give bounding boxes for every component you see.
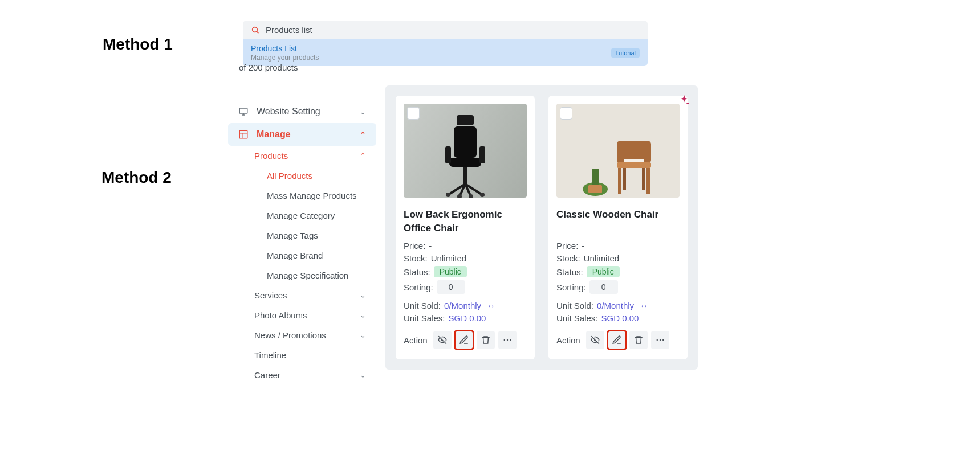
price-label: Price: (556, 241, 578, 251)
svg-rect-32 (623, 168, 626, 190)
svg-rect-26 (592, 169, 599, 186)
nav-website-setting[interactable]: Website Setting ⌄ (228, 100, 376, 123)
subnav-manage-brand[interactable]: Manage Brand (257, 245, 376, 265)
svg-rect-30 (618, 168, 621, 194)
svg-point-22 (503, 339, 505, 341)
office-chair-illustration (425, 112, 505, 198)
unit-sold-label: Unit Sold: (404, 301, 441, 310)
svg-rect-33 (642, 168, 645, 190)
more-button[interactable] (498, 331, 517, 349)
subnav-career[interactable]: Career ⌄ (244, 365, 376, 385)
layout-icon (238, 129, 251, 140)
svg-rect-5 (239, 130, 247, 138)
product-card: Classic Wooden Chair Price: - Stock: Unl… (548, 96, 688, 359)
price-value: - (429, 241, 432, 251)
search-icon (251, 26, 260, 35)
svg-rect-8 (457, 115, 474, 125)
subnav-photo-albums[interactable]: Photo Albums ⌄ (244, 305, 376, 325)
product-card: Low Back Ergonomic Office Chair Price: -… (396, 96, 535, 359)
delete-button[interactable] (477, 331, 495, 349)
nav-label: Manage (257, 129, 291, 140)
tutorial-badge: Tutorial (611, 48, 640, 58)
hide-button[interactable] (433, 331, 452, 349)
method-2-label: Method 2 (101, 169, 172, 187)
stock-label: Stock: (404, 253, 428, 263)
subnav-mass-manage[interactable]: Mass Manage Products (257, 186, 376, 206)
product-title: Low Back Ergonomic Office Chair (404, 208, 527, 235)
svg-rect-2 (239, 108, 247, 113)
svg-point-24 (510, 339, 511, 341)
subnav-all-products[interactable]: All Products (257, 166, 376, 186)
price-value: - (582, 241, 584, 251)
swap-icon[interactable]: ↔ (487, 301, 495, 310)
subnav-timeline[interactable]: Timeline (244, 345, 376, 365)
product-count-partial: of 200 products (239, 63, 298, 72)
chevron-up-icon: ⌃ (360, 151, 366, 160)
svg-point-23 (507, 339, 508, 341)
sidebar: Website Setting ⌄ Manage ⌃ Products ⌃ Al… (228, 100, 376, 385)
unit-sales-label: Unit Sales: (556, 313, 598, 323)
svg-rect-9 (454, 126, 477, 158)
svg-rect-27 (588, 185, 602, 193)
svg-point-36 (660, 339, 661, 341)
chevron-down-icon: ⌄ (360, 331, 366, 339)
svg-rect-13 (463, 167, 467, 184)
method-1-label: Method 1 (103, 35, 173, 54)
svg-rect-10 (449, 158, 481, 167)
product-title: Classic Wooden Chair (556, 208, 680, 235)
subnav-manage-spec[interactable]: Manage Specification (257, 265, 376, 285)
subnav-manage-tags[interactable]: Manage Tags (257, 226, 376, 245)
search-container: Products list Products List Manage your … (243, 21, 648, 66)
delete-button[interactable] (629, 331, 648, 349)
chevron-down-icon: ⌄ (360, 371, 366, 379)
subnav-manage-category[interactable]: Manage Category (257, 206, 376, 226)
subnav-services[interactable]: Services ⌄ (244, 285, 376, 305)
action-label: Action (556, 335, 580, 345)
search-bar[interactable]: Products list (243, 21, 648, 39)
svg-point-18 (446, 193, 450, 197)
svg-point-0 (253, 27, 258, 32)
subnav-label: Photo Albums (254, 310, 307, 320)
search-query: Products list (266, 25, 312, 35)
search-result-title: Products List (251, 44, 319, 53)
swap-icon[interactable]: ↔ (640, 301, 648, 310)
product-image (556, 104, 680, 198)
action-label: Action (404, 335, 428, 345)
unit-sales-value: SGD 0.00 (449, 313, 486, 323)
nav-manage[interactable]: Manage ⌃ (228, 123, 376, 146)
subnav-news-promotions[interactable]: News / Promotions ⌄ (244, 325, 376, 345)
product-checkbox[interactable] (560, 107, 572, 120)
stock-label: Stock: (556, 253, 580, 263)
unit-sold-value[interactable]: 0/Monthly (444, 301, 481, 310)
svg-rect-31 (646, 168, 650, 194)
unit-sold-label: Unit Sold: (556, 301, 593, 310)
product-checkbox[interactable] (407, 107, 420, 120)
price-label: Price: (404, 241, 425, 251)
product-image (404, 104, 527, 198)
unit-sales-value: SGD 0.00 (601, 313, 639, 323)
subnav-label: Timeline (254, 350, 286, 360)
monitor-icon (238, 107, 251, 117)
unit-sold-value[interactable]: 0/Monthly (597, 301, 634, 310)
unit-sales-label: Unit Sales: (404, 313, 445, 323)
chevron-down-icon: ⌄ (360, 291, 366, 300)
stock-value: Unlimited (431, 253, 467, 263)
chevron-up-icon: ⌃ (360, 130, 366, 139)
stock-value: Unlimited (584, 253, 620, 263)
svg-point-37 (662, 339, 664, 341)
sorting-label: Sorting: (556, 282, 586, 292)
sorting-input[interactable]: 0 (589, 280, 618, 294)
sorting-label: Sorting: (404, 282, 433, 292)
edit-button[interactable] (608, 331, 626, 349)
edit-button[interactable] (455, 331, 473, 349)
search-result-item[interactable]: Products List Manage your products Tutor… (243, 39, 648, 66)
svg-rect-11 (445, 146, 451, 163)
subnav-products[interactable]: Products ⌃ (244, 146, 376, 166)
search-result-subtitle: Manage your products (251, 54, 319, 62)
hide-button[interactable] (586, 331, 604, 349)
subnav-label: Products (254, 151, 288, 161)
sorting-input[interactable]: 0 (437, 280, 465, 294)
more-button[interactable] (651, 331, 669, 349)
svg-rect-29 (617, 162, 651, 168)
svg-line-1 (257, 31, 258, 33)
